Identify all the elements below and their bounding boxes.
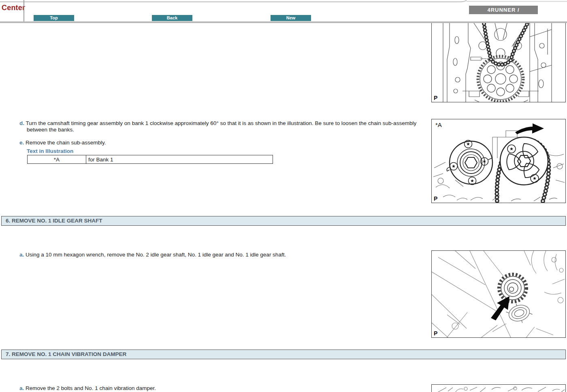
section-7-header: 7. REMOVE NO. 1 CHAIN VIBRATION DAMPER <box>1 350 566 359</box>
text-in-illustration-heading: Text in Illustration <box>27 148 73 154</box>
figure-p-label: P <box>434 330 437 337</box>
timing-chain-illustration <box>432 23 566 102</box>
figure-camshaft-gears: *A P <box>431 119 566 203</box>
table-row: *A for Bank 1 <box>28 155 273 164</box>
table-cell-value: for Bank 1 <box>86 155 273 164</box>
back-button[interactable]: Back <box>152 15 192 21</box>
step-text: Remove the 2 bolts and No. 1 chain vibra… <box>26 385 156 391</box>
frame-divider <box>23 0 24 21</box>
service-manual-page: Center Top Back New 4RUNNER / d. Turn th… <box>0 0 567 392</box>
figure-timing-chain: P <box>431 23 566 102</box>
vibration-damper-illustration <box>432 385 566 392</box>
step-letter: d. <box>19 120 24 126</box>
top-button[interactable]: Top <box>34 15 74 21</box>
section-7-step-a: a. Remove the 2 bolts and No. 1 chain vi… <box>19 385 408 392</box>
figure-vibration-damper <box>431 384 566 392</box>
step-d: d. Turn the camshaft timing gear assembl… <box>19 120 418 133</box>
step-letter: e. <box>19 140 24 146</box>
camshaft-gears-illustration <box>432 119 566 203</box>
step-letter: a. <box>19 385 24 391</box>
step-text: Remove the chain sub-assembly. <box>26 140 106 146</box>
step-text: Using a 10 mm hexagon wrench, remove the… <box>26 252 286 258</box>
vehicle-badge: 4RUNNER / <box>469 6 538 14</box>
text-in-illustration-table: *A for Bank 1 <box>27 155 273 164</box>
figure-idle-gear: P <box>431 250 566 338</box>
panel-top-border <box>0 0 567 6</box>
figure-p-label: P <box>434 195 437 202</box>
idle-gear-illustration <box>432 251 566 338</box>
frame-title: Center <box>2 4 25 12</box>
step-letter: a. <box>19 252 24 258</box>
step-e: e. Remove the chain sub-assembly. <box>19 140 303 146</box>
figure-p-label: P <box>434 95 437 101</box>
section-6-header: 6. REMOVE NO. 1 IDLE GEAR SHAFT <box>1 216 566 226</box>
clockwise-arrow-icon <box>515 123 544 134</box>
table-cell-key: *A <box>28 155 86 164</box>
section-6-step-a: a. Using a 10 mm hexagon wrench, remove … <box>19 252 408 258</box>
pointer-arrow-icon <box>491 296 509 320</box>
step-text: Turn the camshaft timing gear assembly o… <box>26 120 417 133</box>
new-button[interactable]: New <box>271 15 311 21</box>
figure-annotation-a: *A <box>435 121 442 128</box>
